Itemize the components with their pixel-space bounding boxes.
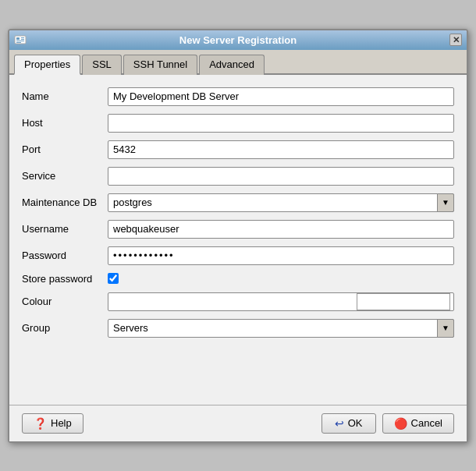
port-row: Port <box>22 140 454 159</box>
colour-row: Colour <box>22 292 454 311</box>
store-password-row: Store password <box>22 273 454 285</box>
cancel-button[interactable]: 🔴 Cancel <box>382 413 454 434</box>
host-label: Host <box>22 117 108 129</box>
tab-properties[interactable]: Properties <box>14 55 80 75</box>
group-label: Group <box>22 322 108 334</box>
colour-picker-wrapper[interactable] <box>108 292 454 311</box>
window-title: New Server Registration <box>179 34 297 46</box>
svg-rect-5 <box>16 42 21 43</box>
maintenance-db-row: Maintenance DB postgres ▼ <box>22 193 454 212</box>
port-label: Port <box>22 143 108 155</box>
close-button[interactable]: ✕ <box>449 34 462 46</box>
service-input[interactable] <box>108 167 454 186</box>
svg-rect-3 <box>21 39 24 40</box>
name-label: Name <box>22 90 108 102</box>
host-row: Host <box>22 114 454 133</box>
password-input[interactable] <box>108 246 454 265</box>
maintenance-db-select-wrapper: postgres ▼ <box>108 193 454 212</box>
help-label: Help <box>51 417 72 429</box>
form-content: Name Host Port Service Maintenance DB po… <box>9 75 467 405</box>
port-input[interactable] <box>108 140 454 159</box>
svg-rect-2 <box>21 37 24 38</box>
tab-ssl[interactable]: SSL <box>82 55 122 75</box>
colour-label: Colour <box>22 296 108 307</box>
tab-advanced[interactable]: Advanced <box>199 55 265 75</box>
ok-label: OK <box>348 417 363 429</box>
colour-swatch-area <box>108 293 357 310</box>
cancel-label: Cancel <box>411 417 442 429</box>
right-buttons: ↩ OK 🔴 Cancel <box>321 413 454 434</box>
username-label: Username <box>22 223 108 235</box>
group-row: Group Servers ▼ <box>22 319 454 338</box>
colour-swatch <box>357 293 450 310</box>
ok-icon: ↩ <box>335 417 344 430</box>
password-label: Password <box>22 250 108 261</box>
tab-ssh-tunnel[interactable]: SSH Tunnel <box>123 55 197 75</box>
group-select[interactable]: Servers <box>108 319 454 338</box>
help-button[interactable]: ❓ Help <box>22 413 83 434</box>
help-icon: ❓ <box>34 417 47 430</box>
username-input[interactable] <box>108 220 454 239</box>
service-label: Service <box>22 170 108 182</box>
button-bar: ❓ Help ↩ OK 🔴 Cancel <box>9 405 467 441</box>
name-row: Name <box>22 87 454 106</box>
username-row: Username <box>22 220 454 239</box>
cancel-icon: 🔴 <box>394 417 407 430</box>
tab-bar: Properties SSL SSH Tunnel Advanced <box>9 50 467 75</box>
svg-rect-4 <box>16 41 24 41</box>
store-password-checkbox-wrapper <box>108 273 119 284</box>
main-window: New Server Registration ✕ Properties SSL… <box>8 29 468 443</box>
store-password-checkbox[interactable] <box>108 273 119 284</box>
window-icon <box>14 34 27 46</box>
ok-button[interactable]: ↩ OK <box>321 413 376 434</box>
host-input[interactable] <box>108 114 454 133</box>
group-select-wrapper: Servers ▼ <box>108 319 454 338</box>
password-row: Password <box>22 246 454 265</box>
maintenance-db-select[interactable]: postgres <box>108 193 454 212</box>
maintenance-db-label: Maintenance DB <box>22 197 108 208</box>
store-password-label: Store password <box>22 273 108 285</box>
svg-rect-1 <box>16 37 20 40</box>
name-input[interactable] <box>108 87 454 106</box>
service-row: Service <box>22 167 454 186</box>
title-bar: New Server Registration ✕ <box>9 30 467 50</box>
